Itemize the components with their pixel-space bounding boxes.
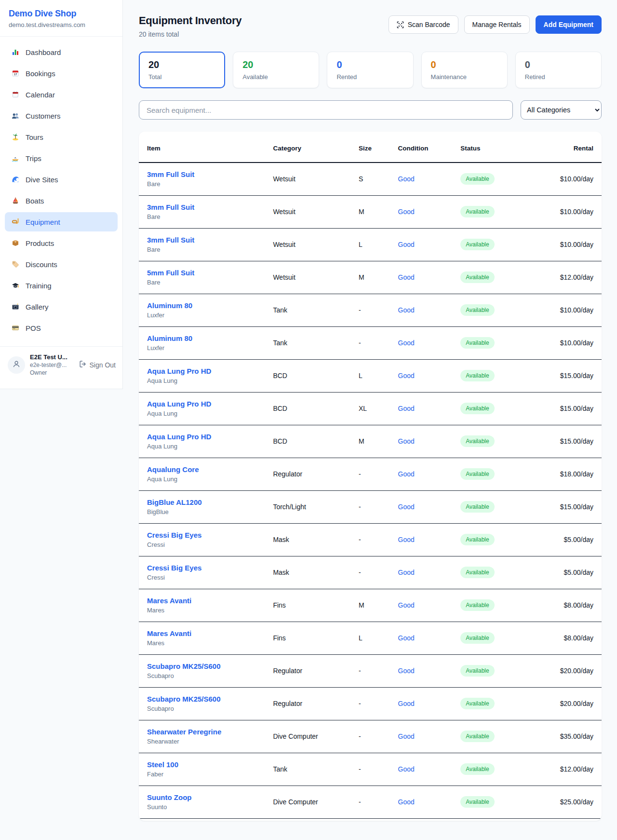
sidebar-item-label: Gallery <box>26 303 49 311</box>
condition-link[interactable]: Good <box>398 503 415 511</box>
brand-name: Demo Dive Shop <box>9 9 114 19</box>
rental-cell: $10.00/day <box>537 326 602 359</box>
item-link[interactable]: Aqua Lung Pro HD <box>147 400 273 408</box>
condition-link[interactable]: Good <box>398 601 415 609</box>
condition-link[interactable]: Good <box>398 536 415 543</box>
stat-card-total[interactable]: 20 Total <box>139 52 225 88</box>
stat-card-rented[interactable]: 0 Rented <box>327 52 413 88</box>
item-link[interactable]: Aluminum 80 <box>147 301 273 310</box>
stat-card-available[interactable]: 20 Available <box>233 52 319 88</box>
item-link[interactable]: Aqua Lung Pro HD <box>147 367 273 375</box>
sidebar-item-dashboard[interactable]: Dashboard <box>5 42 118 62</box>
sidebar-item-training[interactable]: Training <box>5 276 118 295</box>
status-badge: Available <box>460 370 494 381</box>
sidebar-item-calendar[interactable]: Calendar <box>5 85 118 104</box>
condition-link[interactable]: Good <box>398 667 415 675</box>
status-badge: Available <box>460 403 494 414</box>
condition-link[interactable]: Good <box>398 372 415 379</box>
equipment-table-card: Item Category Size Condition Status Rent… <box>139 132 602 821</box>
column-header-status: Status <box>460 132 537 163</box>
item-link[interactable]: Shearwater Peregrine <box>147 728 273 736</box>
stat-value: 0 <box>336 59 403 70</box>
sidebar-item-pos[interactable]: POS <box>5 318 118 338</box>
item-link[interactable]: Cressi Big Eyes <box>147 564 273 572</box>
brand-link[interactable]: Demo Dive Shop demo.test.divestreams.com <box>0 0 122 37</box>
condition-link[interactable]: Good <box>398 765 415 773</box>
sidebar-item-boats[interactable]: Boats <box>5 191 118 210</box>
item-link[interactable]: Steel 100 <box>147 760 273 769</box>
item-link[interactable]: 3mm Full Suit <box>147 236 273 244</box>
rental-cell: $15.00/day <box>537 392 602 425</box>
customers-icon <box>11 112 19 120</box>
item-link[interactable]: Aqualung Core <box>147 465 273 474</box>
sidebar-item-label: Trips <box>26 154 41 163</box>
condition-link[interactable]: Good <box>398 798 415 806</box>
condition-link[interactable]: Good <box>398 700 415 707</box>
search-input[interactable] <box>139 100 513 120</box>
sidebar-item-equipment[interactable]: Equipment <box>5 212 118 231</box>
condition-link[interactable]: Good <box>398 208 415 216</box>
item-link[interactable]: Aluminum 80 <box>147 334 273 342</box>
condition-link[interactable]: Good <box>398 437 415 445</box>
sidebar-item-label: Customers <box>26 112 61 120</box>
row-aqua-lung-pro-hd: Aqua Lung Pro HD Aqua Lung BCD XL Good A… <box>139 392 602 425</box>
stat-cards: 20 Total 20 Available 0 Rented 0 Mainten… <box>139 52 602 88</box>
item-link[interactable]: 5mm Full Suit <box>147 269 273 277</box>
rental-cell: $20.00/day <box>537 654 602 687</box>
item-link[interactable]: Aqua Lung Pro HD <box>147 433 273 441</box>
item-link[interactable]: 3mm Full Suit <box>147 203 273 211</box>
condition-link[interactable]: Good <box>398 306 415 314</box>
category-cell: Regulator <box>273 654 359 687</box>
row-aqua-lung-pro-hd: Aqua Lung Pro HD Aqua Lung BCD M Good Av… <box>139 425 602 458</box>
sidebar-item-tours[interactable]: Tours <box>5 127 118 147</box>
category-cell: Wetsuit <box>273 195 359 228</box>
stat-card-retired[interactable]: 0 Retired <box>515 52 602 88</box>
item-link[interactable]: 3mm Full Suit <box>147 170 273 178</box>
sidebar-item-label: Products <box>26 239 54 247</box>
rental-cell: $18.00/day <box>537 458 602 490</box>
sidebar-item-discounts[interactable]: Discounts <box>5 255 118 274</box>
manage-rentals-button[interactable]: Manage Rentals <box>464 15 530 34</box>
condition-link[interactable]: Good <box>398 569 415 576</box>
sidebar-item-products[interactable]: Products <box>5 233 118 253</box>
sidebar-item-dive-sites[interactable]: Dive Sites <box>5 170 118 189</box>
condition-link[interactable]: Good <box>398 175 415 183</box>
item-link[interactable]: Scubapro MK25/S600 <box>147 695 273 703</box>
item-link[interactable]: Mares Avanti <box>147 596 273 605</box>
condition-link[interactable]: Good <box>398 634 415 642</box>
size-cell: - <box>359 294 398 326</box>
row-cressi-big-eyes: Cressi Big Eyes Cressi Mask - Good Avail… <box>139 556 602 589</box>
sidebar-item-gallery[interactable]: Gallery <box>5 297 118 316</box>
row-steel-100: Steel 100 Faber Tank - Good Available $1… <box>139 753 602 786</box>
table-header-row: Item Category Size Condition Status Rent… <box>139 132 602 163</box>
item-link[interactable]: Suunto Zoop <box>147 793 273 801</box>
discounts-icon <box>11 260 19 269</box>
sidebar-item-bookings[interactable]: 17 Bookings <box>5 64 118 83</box>
row-aluminum-80: Aluminum 80 Luxfer Tank - Good Available… <box>139 294 602 326</box>
size-cell: - <box>359 458 398 490</box>
add-equipment-button[interactable]: Add Equipment <box>536 15 602 34</box>
item-link[interactable]: Scubapro MK25/S600 <box>147 662 273 670</box>
size-cell: L <box>359 359 398 392</box>
category-cell: Torch/Light <box>273 490 359 523</box>
stat-card-maintenance[interactable]: 0 Maintenance <box>421 52 508 88</box>
condition-link[interactable]: Good <box>398 732 415 740</box>
sidebar-item-trips[interactable]: Trips <box>5 149 118 168</box>
condition-link[interactable]: Good <box>398 470 415 478</box>
item-brand: Scubapro <box>147 705 273 712</box>
sign-out-button[interactable]: Sign Out <box>79 360 116 369</box>
item-link[interactable]: Mares Avanti <box>147 629 273 637</box>
condition-link[interactable]: Good <box>398 241 415 248</box>
scan-barcode-button[interactable]: Scan Barcode <box>389 15 458 34</box>
item-link[interactable]: Cressi Big Eyes <box>147 531 273 539</box>
sidebar-nav: Dashboard 17 Bookings Calendar Customers… <box>0 37 122 343</box>
sidebar-item-customers[interactable]: Customers <box>5 106 118 125</box>
condition-link[interactable]: Good <box>398 339 415 347</box>
condition-link[interactable]: Good <box>398 273 415 281</box>
condition-link[interactable]: Good <box>398 405 415 412</box>
dive-sites-icon <box>11 176 19 184</box>
sidebar: Demo Dive Shop demo.test.divestreams.com… <box>0 0 123 389</box>
category-select[interactable]: All Categories <box>521 100 602 120</box>
item-link[interactable]: BigBlue AL1200 <box>147 498 273 506</box>
stat-value: 20 <box>242 59 309 70</box>
